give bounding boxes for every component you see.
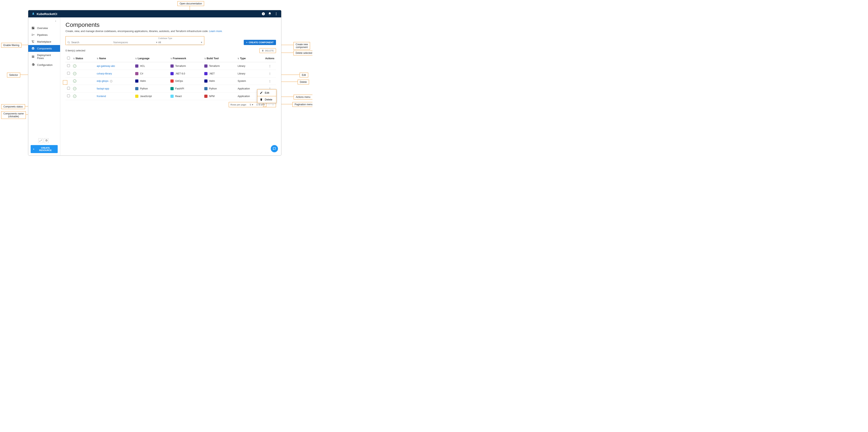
row-checkbox[interactable] <box>67 87 70 90</box>
col-type[interactable]: ⇅Type <box>236 55 264 62</box>
sidebar-item-overview[interactable]: Overview <box>28 25 60 31</box>
language-text: HCL <box>140 65 145 67</box>
pagination-prev[interactable]: ‹ <box>268 103 270 106</box>
delete-label: DELETE <box>265 49 274 52</box>
callout-open-doc: Open documentation <box>178 1 204 6</box>
svg-rect-16 <box>32 57 34 58</box>
status-ok-icon <box>73 87 76 90</box>
namespaces-label: Namespaces <box>113 41 128 44</box>
chat-icon <box>273 147 276 151</box>
callout-selector: Selector <box>7 73 20 77</box>
framework-text: FastAPI <box>175 87 184 90</box>
type-text: Library <box>236 70 264 77</box>
svg-rect-6 <box>33 27 34 27</box>
rows-per-page-select[interactable]: 5 ▾ <box>250 103 253 106</box>
sidebar-item-marketplace[interactable]: Marketplace <box>28 38 60 45</box>
layers-icon <box>31 47 35 50</box>
row-actions-button[interactable]: ⋮ <box>264 62 276 70</box>
chevron-down-icon: ▾ <box>156 41 157 44</box>
sidebar-item-deployment-flows[interactable]: Deployment Flows <box>28 52 60 61</box>
row-checkbox[interactable] <box>67 72 70 75</box>
context-menu-edit[interactable]: Edit <box>257 89 276 96</box>
delete-button[interactable]: DELETE <box>259 48 276 53</box>
more-vert-icon[interactable] <box>274 12 278 15</box>
framework-text: GitOps <box>175 80 183 82</box>
buildtool-icon <box>204 95 208 98</box>
chat-fab[interactable] <box>271 145 278 152</box>
search-icon <box>67 41 70 44</box>
svg-point-4 <box>276 14 277 15</box>
select-all-checkbox[interactable] <box>67 57 70 59</box>
trash-icon <box>261 49 264 52</box>
sidebar-item-components[interactable]: Components <box>28 45 60 52</box>
callout-enable-filtering: Enable filtering <box>1 43 22 47</box>
language-text: Helm <box>140 80 146 82</box>
component-name-link[interactable]: csharp-library <box>97 72 112 75</box>
row-checkbox[interactable] <box>67 64 70 67</box>
col-language[interactable]: ⇅Language <box>133 55 168 62</box>
learn-more-link[interactable]: Learn more. <box>209 30 222 33</box>
svg-point-13 <box>33 42 34 43</box>
plus-icon: + <box>33 148 34 150</box>
namespaces-select[interactable]: Namespaces ▾ <box>113 40 157 45</box>
row-actions-button[interactable]: ⋮ <box>264 77 276 85</box>
create-component-button[interactable]: + CREATE COMPONENT <box>244 40 276 45</box>
sidebar-item-label: Configuration <box>37 63 53 66</box>
components-table: ⇅Status ⇅Name ⇅Language ⇅Framework ⇅Buil… <box>65 55 276 100</box>
cm-delete-label: Delete <box>265 98 272 101</box>
svg-rect-11 <box>34 35 34 35</box>
component-name-link[interactable]: frontend <box>97 95 106 98</box>
bell-icon[interactable] <box>268 12 272 15</box>
component-name-link[interactable]: fastapi-app <box>97 87 109 90</box>
create-resource-label: CREATE RESOURCE <box>35 147 55 152</box>
framework-icon <box>170 95 174 98</box>
brand-text: KubeRocketCI <box>37 12 57 15</box>
framework-icon <box>170 87 174 90</box>
pagination-next[interactable]: › <box>272 103 274 106</box>
component-name-link[interactable]: api-gateway-abc <box>97 65 115 67</box>
component-name-link[interactable]: edp-gitops <box>97 80 108 82</box>
cm-edit-label: Edit <box>265 91 269 94</box>
main-content: Components Create, view, and manage dive… <box>60 18 281 156</box>
row-actions-button[interactable]: ⋮ <box>264 70 276 77</box>
callout-actions-menu: Actions menu <box>293 95 312 99</box>
col-status[interactable]: ⇅Status <box>71 55 95 62</box>
expand-icon[interactable] <box>38 138 43 143</box>
col-framework[interactable]: ⇅Framework <box>169 55 203 62</box>
create-resource-button[interactable]: + CREATE RESOURCE <box>31 145 58 153</box>
buildtool-icon <box>204 79 208 82</box>
rows-per-page-label: Rows per page: <box>230 103 247 106</box>
table-row: edp-gitops iHelmGitOpsHelmSystem⋮ <box>65 77 276 85</box>
search-field[interactable] <box>67 41 113 45</box>
context-menu-delete[interactable]: Delete <box>257 96 276 103</box>
framework-text: Terraform <box>175 65 186 67</box>
svg-point-12 <box>32 42 33 43</box>
framework-text: .NET 6.0 <box>175 72 185 75</box>
selection-count: 0 item(s) selected <box>65 49 85 52</box>
sidebar-collapse-button[interactable]: ‹ <box>28 18 60 25</box>
sidebar-item-configuration[interactable]: Configuration <box>28 61 60 68</box>
col-buildtool[interactable]: ⇅Build Tool <box>203 55 236 62</box>
info-icon[interactable]: i <box>261 12 265 15</box>
sidebar-item-pipelines[interactable]: Pipelines <box>28 31 60 38</box>
col-name[interactable]: ⇅Name <box>95 55 133 62</box>
buildtool-icon <box>204 64 208 68</box>
status-ok-icon <box>73 72 76 75</box>
row-context-menu: Edit Delete <box>257 89 276 103</box>
chevron-down-icon: ▾ <box>201 41 202 44</box>
row-checkbox[interactable] <box>67 94 70 97</box>
callout-create-new: Create new component <box>293 42 310 49</box>
brand: KubeRocketCI <box>31 12 57 15</box>
callout-components-name: Components name (clickable) <box>1 111 26 119</box>
info-icon[interactable]: i <box>110 80 112 82</box>
svg-rect-9 <box>32 34 32 34</box>
settings-gear-icon[interactable] <box>44 138 49 143</box>
subtitle-text: Create, view, and manage diverse codebas… <box>65 30 208 33</box>
buildtool-text: .NET <box>209 72 215 75</box>
svg-rect-15 <box>32 57 34 57</box>
trash-icon <box>260 98 263 101</box>
codebase-type-select[interactable]: All ▾ <box>158 40 202 45</box>
search-input[interactable] <box>71 41 113 44</box>
buildtool-text: Helm <box>209 80 215 82</box>
dashboard-icon <box>31 26 35 30</box>
